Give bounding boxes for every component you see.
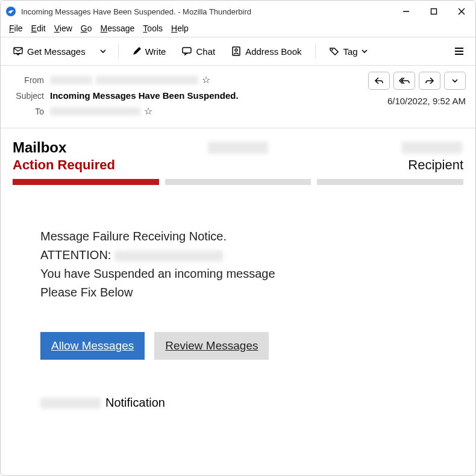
attention-redacted [114, 251, 223, 261]
recipient-label: Recipient [408, 157, 463, 173]
message-text: Message Failure Receiving Notice. ATTENT… [13, 227, 463, 302]
download-icon [13, 46, 23, 57]
svg-point-9 [331, 49, 333, 50]
address-book-icon [231, 46, 242, 57]
action-required: Action Required [13, 157, 408, 173]
tag-label: Tag [343, 46, 358, 57]
address-book-label: Address Book [245, 46, 301, 57]
menu-go[interactable]: Go [81, 23, 92, 33]
chat-label: Chat [196, 46, 215, 57]
reply-button[interactable] [368, 72, 390, 90]
menu-message[interactable]: Message [101, 23, 135, 33]
from-address-redacted [96, 76, 198, 84]
notification-label: Notification [105, 396, 165, 410]
separator [315, 44, 316, 58]
allow-messages-button[interactable]: Allow Messages [40, 332, 145, 360]
svg-rect-2 [431, 9, 437, 14]
body-attention-line: ATTENTION: [40, 246, 436, 265]
body-right-redacted [402, 142, 462, 154]
progress-bars [13, 179, 463, 185]
separator [118, 44, 119, 58]
header-action-buttons [368, 72, 466, 90]
subject-label: Subject [10, 91, 50, 101]
get-messages-button[interactable]: Get Messages [7, 42, 92, 60]
header-more-button[interactable] [444, 72, 466, 90]
menu-tools[interactable]: Tools [143, 23, 163, 33]
star-icon[interactable]: ☆ [202, 74, 210, 86]
svg-rect-5 [14, 48, 22, 54]
body-line1: Message Failure Receiving Notice. [40, 227, 436, 246]
get-messages-dropdown[interactable] [95, 41, 111, 61]
window-titlebar: Incoming Messages Have Been Suspended. -… [1, 1, 475, 22]
svg-point-8 [235, 49, 237, 51]
thunderbird-icon [5, 6, 16, 17]
message-header: 6/10/2022, 9:52 AM From ☆ Subject Incomi… [1, 66, 475, 128]
body-line4: Please Fix Below [40, 283, 436, 302]
subject-value: Incoming Messages Have Been Suspended. [50, 90, 239, 101]
tag-icon [329, 46, 340, 57]
review-messages-button[interactable]: Review Messages [154, 332, 269, 360]
to-label: To [10, 107, 50, 116]
write-button[interactable]: Write [126, 43, 172, 60]
maximize-button[interactable] [420, 1, 448, 22]
from-label: From [10, 75, 50, 85]
tag-button[interactable]: Tag [323, 42, 374, 60]
chat-icon [181, 46, 192, 57]
chevron-down-icon [362, 48, 368, 54]
attention-label: ATTENTION: [40, 248, 111, 261]
body-line3: You have Suspended an incoming message [40, 265, 436, 283]
progress-bar-grey [165, 179, 312, 185]
to-value-redacted [50, 107, 140, 116]
email-button-row: Allow Messages Review Messages [40, 332, 463, 360]
message-date: 6/10/2022, 9:52 AM [387, 96, 466, 106]
window-title: Incoming Messages Have Been Suspended. -… [21, 7, 392, 16]
menu-help[interactable]: Help [171, 23, 189, 33]
progress-bar-grey [317, 179, 463, 185]
forward-button[interactable] [419, 72, 440, 90]
window-controls [392, 1, 475, 22]
address-book-button[interactable]: Address Book [225, 42, 307, 60]
menu-edit[interactable]: Edit [31, 23, 46, 33]
minimize-button[interactable] [392, 1, 420, 22]
get-messages-label: Get Messages [27, 46, 86, 57]
reply-all-button[interactable] [393, 72, 415, 90]
chat-button[interactable]: Chat [175, 42, 221, 60]
menu-view[interactable]: View [54, 23, 72, 33]
svg-rect-6 [183, 48, 191, 53]
notification-redacted [40, 398, 101, 409]
pencil-icon [132, 46, 142, 56]
body-header: Mailbox Action Required Recipient [13, 139, 463, 173]
menubar: File Edit View Go Message Tools Help [1, 22, 475, 37]
star-icon[interactable]: ☆ [144, 105, 152, 117]
from-value-redacted [50, 76, 92, 84]
app-menu-button[interactable] [449, 41, 469, 61]
body-center-redacted [208, 142, 268, 154]
progress-bar-red [13, 179, 159, 185]
message-body: Mailbox Action Required Recipient Messag… [1, 128, 475, 476]
close-button[interactable] [448, 1, 475, 22]
toolbar: Get Messages Write Chat Address Book Tag [1, 37, 475, 66]
notification-line: Notification [40, 396, 463, 410]
menu-file[interactable]: File [9, 23, 23, 33]
write-label: Write [145, 46, 166, 57]
